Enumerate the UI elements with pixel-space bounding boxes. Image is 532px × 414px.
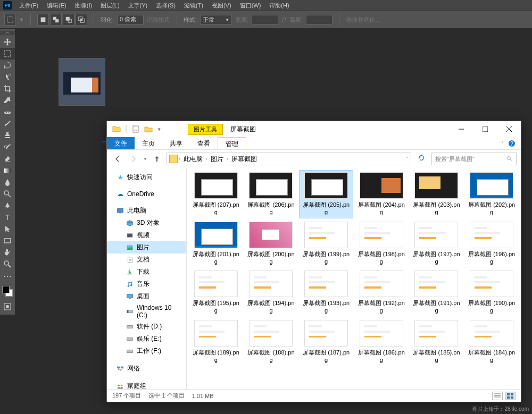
- selection-intersect-icon[interactable]: [76, 14, 87, 26]
- path-this-pc[interactable]: 此电脑: [181, 155, 205, 164]
- menu-item[interactable]: 视图(V): [207, 2, 236, 10]
- breadcrumb[interactable]: › 此电脑 › 图片 › 屏幕截图 ˅: [167, 153, 411, 165]
- file-item[interactable]: 屏幕截图 (184).png: [464, 318, 519, 366]
- file-item[interactable]: 屏幕截图 (191).png: [410, 268, 464, 317]
- feather-input[interactable]: 0 像素: [117, 15, 144, 24]
- gradient-tool-icon[interactable]: [0, 165, 15, 176]
- file-item[interactable]: 屏幕截图 (195).png: [189, 268, 243, 317]
- eyedropper-tool-icon[interactable]: [0, 95, 15, 106]
- file-item[interactable]: 屏幕截图 (205).png: [299, 170, 353, 218]
- nav-onedrive[interactable]: ☁OneDrive: [107, 189, 186, 199]
- file-item[interactable]: 屏幕截图 (201).png: [189, 219, 243, 268]
- nav-item[interactable]: 3D 对象: [107, 217, 186, 229]
- tab-home[interactable]: 主页: [135, 137, 162, 149]
- foreground-swatch[interactable]: [2, 286, 10, 293]
- file-item[interactable]: 屏幕截图 (197).png: [410, 219, 464, 268]
- selection-subtract-icon[interactable]: [63, 14, 74, 26]
- help-icon[interactable]: ?: [508, 140, 516, 147]
- nav-network[interactable]: 网络: [107, 362, 186, 375]
- file-item[interactable]: 屏幕截图 (207).png: [189, 170, 243, 218]
- thumbnails-view-button[interactable]: [505, 392, 516, 400]
- nav-this-pc[interactable]: 此电脑: [107, 205, 186, 217]
- path-pictures[interactable]: 图片: [209, 155, 226, 164]
- close-button[interactable]: [497, 121, 521, 137]
- quickmask-tool-icon[interactable]: [0, 301, 15, 312]
- hand-tool-icon[interactable]: [0, 247, 15, 258]
- file-item[interactable]: 屏幕截图 (199).png: [299, 219, 353, 268]
- file-item[interactable]: 屏幕截图 (203).png: [410, 170, 464, 218]
- menu-item[interactable]: 文件(F): [15, 2, 43, 10]
- stamp-tool-icon[interactable]: [0, 130, 15, 141]
- menu-item[interactable]: 编辑(E): [43, 2, 71, 10]
- file-item[interactable]: 屏幕截图 (190).png: [464, 268, 519, 317]
- path-screenshots[interactable]: 屏幕截图: [229, 155, 259, 164]
- selection-new-icon[interactable]: [37, 14, 49, 26]
- more-tools-icon[interactable]: ⋯: [0, 270, 15, 282]
- history-dropdown-icon[interactable]: ▼: [143, 157, 147, 162]
- file-item[interactable]: 屏幕截图 (204).png: [354, 170, 409, 218]
- file-item[interactable]: 屏幕截图 (186).png: [354, 318, 409, 366]
- tool-preset-icon[interactable]: [4, 14, 16, 26]
- menu-item[interactable]: 图像(I): [71, 2, 96, 10]
- dodge-tool-icon[interactable]: [0, 188, 15, 200]
- new-folder-icon[interactable]: [144, 125, 153, 133]
- file-item[interactable]: 屏幕截图 (200).png: [244, 219, 298, 268]
- nav-item[interactable]: 娱乐 (E:): [107, 333, 186, 345]
- nav-item[interactable]: 文档: [107, 254, 186, 266]
- menu-item[interactable]: 窗口(W): [236, 2, 265, 10]
- nav-item[interactable]: 工作 (F:): [107, 345, 186, 357]
- folder-icon[interactable]: [112, 125, 121, 133]
- properties-icon[interactable]: [131, 125, 140, 133]
- marquee-tool-icon[interactable]: [0, 48, 15, 60]
- tab-file[interactable]: 文件: [107, 137, 135, 149]
- type-tool-icon[interactable]: T: [0, 212, 15, 223]
- nav-homegroup[interactable]: 家庭组: [107, 380, 186, 389]
- nav-item[interactable]: 视频: [107, 229, 186, 241]
- search-input[interactable]: 搜索"屏幕截图": [431, 153, 517, 165]
- healing-tool-icon[interactable]: [0, 106, 15, 118]
- ribbon-expand-icon[interactable]: ˅: [501, 140, 504, 146]
- file-item[interactable]: 屏幕截图 (193).png: [299, 268, 353, 317]
- history-brush-tool-icon[interactable]: [0, 141, 15, 153]
- refresh-button[interactable]: [414, 154, 428, 164]
- rectangle-tool-icon[interactable]: [0, 235, 15, 247]
- back-button[interactable]: [111, 153, 124, 165]
- pen-tool-icon[interactable]: [0, 200, 15, 212]
- move-tool-icon[interactable]: [0, 36, 15, 48]
- nav-item[interactable]: 桌面: [107, 290, 186, 302]
- file-item[interactable]: 屏幕截图 (196).png: [464, 219, 519, 268]
- nav-item[interactable]: 下载: [107, 266, 186, 278]
- file-item[interactable]: 屏幕截图 (206).png: [244, 170, 298, 218]
- menu-item[interactable]: 图层(L): [96, 2, 123, 10]
- minimize-button[interactable]: [449, 121, 473, 137]
- document-thumbnail[interactable]: [59, 58, 105, 106]
- blur-tool-icon[interactable]: [0, 176, 15, 188]
- details-view-button[interactable]: [492, 392, 503, 400]
- tab-manage[interactable]: 管理: [218, 137, 246, 149]
- selection-add-icon[interactable]: [50, 14, 62, 26]
- tab-view[interactable]: 查看: [190, 137, 218, 149]
- menu-item[interactable]: 选择(S): [152, 2, 180, 10]
- toolbar-collapse-icon[interactable]: [0, 31, 15, 35]
- nav-item[interactable]: 软件 (D:): [107, 320, 186, 333]
- explorer-titlebar[interactable]: | ▼ 图片工具 屏幕截图: [107, 121, 521, 137]
- maximize-button[interactable]: [473, 121, 497, 137]
- nav-item[interactable]: Windows 10 (C:): [107, 302, 186, 320]
- menu-item[interactable]: 帮助(H): [265, 2, 293, 10]
- up-button[interactable]: [151, 153, 163, 165]
- file-list[interactable]: 屏幕截图 (207).png屏幕截图 (206).png屏幕截图 (205).p…: [187, 168, 521, 389]
- file-item[interactable]: 屏幕截图 (192).png: [354, 268, 409, 317]
- zoom-tool-icon[interactable]: [0, 258, 15, 270]
- path-select-tool-icon[interactable]: [0, 223, 15, 235]
- path-dropdown-icon[interactable]: ˅: [406, 156, 409, 162]
- file-item[interactable]: 屏幕截图 (194).png: [244, 268, 298, 317]
- style-select[interactable]: 正常▼: [200, 15, 232, 24]
- file-item[interactable]: 屏幕截图 (185).png: [410, 318, 464, 366]
- file-item[interactable]: 屏幕截图 (188).png: [244, 318, 298, 366]
- brush-tool-icon[interactable]: [0, 118, 15, 130]
- file-item[interactable]: 屏幕截图 (187).png: [299, 318, 353, 366]
- tab-share[interactable]: 共享: [162, 137, 190, 149]
- menu-item[interactable]: 滤镜(T): [180, 2, 207, 10]
- crop-tool-icon[interactable]: [0, 83, 15, 95]
- nav-item[interactable]: 图片: [107, 241, 186, 254]
